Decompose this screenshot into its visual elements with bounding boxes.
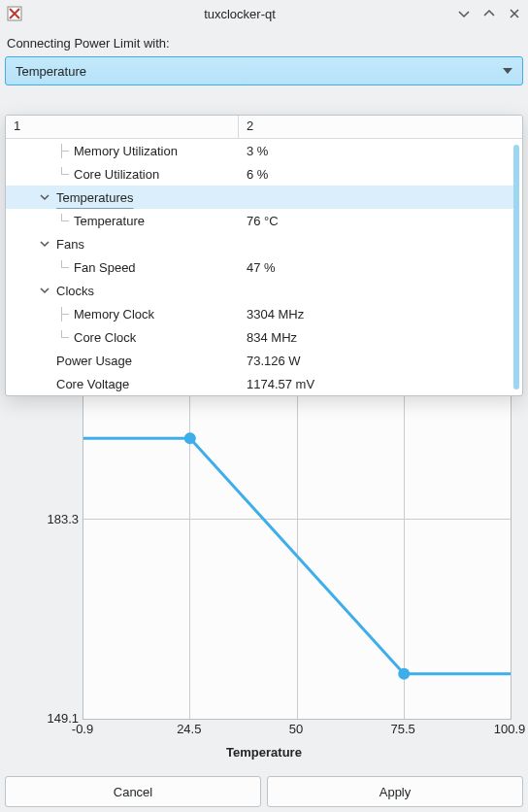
chevron-down-icon[interactable] xyxy=(39,238,50,250)
tree-leaf-value: 3304 MHz xyxy=(239,307,514,321)
tree-row[interactable]: Core Clock834 MHz xyxy=(6,325,514,349)
prompt-label: Connecting Power Limit with: xyxy=(5,32,523,56)
tree-row[interactable]: Temperatures xyxy=(6,186,514,209)
tree-row[interactable]: Temperature76 °C xyxy=(6,209,514,232)
tree-row[interactable]: Fan Speed47 % xyxy=(6,255,514,279)
x-tick: 24.5 xyxy=(177,722,201,736)
cancel-button[interactable]: Cancel xyxy=(5,776,261,807)
tree-leaf-value: 3 % xyxy=(239,144,514,158)
dialog-buttons: Cancel Apply xyxy=(5,776,523,807)
svg-point-6 xyxy=(184,432,196,444)
chevron-down-icon[interactable] xyxy=(39,285,50,296)
tree-group-label: Fans xyxy=(56,237,84,252)
svg-point-7 xyxy=(398,668,410,680)
combo-popup: 1 2 Memory Utilization3 %Core Utilizatio… xyxy=(5,115,523,396)
tree-leaf-label: Memory Utilization xyxy=(74,144,178,158)
window-title: tuxclocker-qt xyxy=(29,7,450,21)
tree-scrollbar[interactable] xyxy=(513,145,519,389)
x-tick: 75.5 xyxy=(391,722,415,736)
app-icon xyxy=(6,5,23,22)
tree-group-label: Temperatures xyxy=(56,190,133,205)
y-tick: 183.3 xyxy=(20,511,79,525)
tree-leaf-value: 76 °C xyxy=(239,214,514,228)
tree-leaf-value: 6 % xyxy=(239,167,514,182)
x-tick: 100.9 xyxy=(494,722,526,736)
tree-header-col1[interactable]: 1 xyxy=(6,116,239,138)
minimize-icon[interactable] xyxy=(456,6,472,21)
y-tick: 149.1 xyxy=(20,711,79,726)
tree-group-label: Clocks xyxy=(56,284,94,298)
tree-item-value: 1174.57 mV xyxy=(239,377,514,391)
tree-row[interactable]: Fans xyxy=(6,232,514,255)
tree-item-label: Core Voltage xyxy=(56,377,129,391)
apply-button[interactable]: Apply xyxy=(267,776,523,807)
tree-row[interactable]: Memory Clock3304 MHz xyxy=(6,302,514,325)
tree-leaf-value: 834 MHz xyxy=(239,330,514,345)
tree-leaf-label: Fan Speed xyxy=(74,260,136,275)
tree-header-col2[interactable]: 2 xyxy=(239,116,522,138)
tree-body: Memory Utilization3 %Core Utilization6 %… xyxy=(6,139,522,395)
titlebar: tuxclocker-qt xyxy=(0,0,528,27)
x-tick: 50 xyxy=(289,722,303,736)
chevron-down-icon[interactable] xyxy=(39,191,50,203)
close-icon[interactable] xyxy=(507,6,522,21)
tree-row[interactable]: Core Voltage1174.57 mV xyxy=(6,372,514,395)
tree-leaf-value: 47 % xyxy=(239,260,514,275)
tree-row[interactable]: Power Usage73.126 W xyxy=(6,349,514,372)
tree-item-value: 73.126 W xyxy=(239,354,514,368)
tree-row[interactable]: Memory Utilization3 % xyxy=(6,139,514,162)
tree-leaf-label: Memory Clock xyxy=(74,307,154,321)
source-combo[interactable]: Temperature xyxy=(5,56,523,85)
x-tick: -0.9 xyxy=(72,722,93,736)
combo-value: Temperature xyxy=(16,64,86,79)
tree-row[interactable]: Core Utilization6 % xyxy=(6,162,514,186)
tree-leaf-label: Core Clock xyxy=(74,330,136,345)
x-axis-label: Temperature xyxy=(226,745,302,760)
tree-item-label: Power Usage xyxy=(56,354,132,368)
tree-header: 1 2 xyxy=(6,116,522,139)
tree-leaf-label: Core Utilization xyxy=(74,167,159,182)
maximize-icon[interactable] xyxy=(481,6,497,21)
tree-row[interactable]: Clocks xyxy=(6,279,514,302)
tree-leaf-label: Temperature xyxy=(74,214,145,228)
